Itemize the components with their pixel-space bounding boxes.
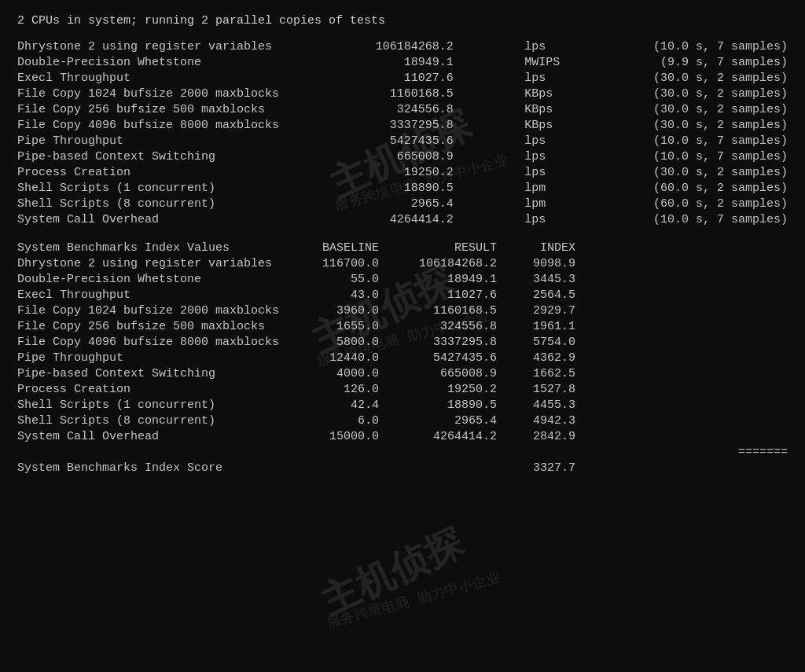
index-row: System Call Overhead 15000.0 4264414.2 2… (17, 430, 788, 443)
bench-meta: (30.0 s, 2 samples) (646, 87, 788, 101)
benchmark-row: Shell Scripts (1 concurrent) 18890.5 lpm… (17, 182, 788, 195)
bench-meta: (9.9 s, 7 samples) (646, 56, 788, 69)
index-row-name: File Copy 256 bufsize 500 maxblocks (17, 320, 285, 333)
benchmark-row: Pipe Throughput 5427435.6 lps (10.0 s, 7… (17, 134, 788, 148)
bench-name: Shell Scripts (8 concurrent) (17, 197, 285, 211)
benchmark-row: Dhrystone 2 using register variables 106… (17, 40, 788, 53)
bench-name: Process Creation (17, 166, 285, 179)
index-row-index: 4942.3 (497, 414, 575, 428)
bench-name: Dhrystone 2 using register variables (17, 40, 285, 53)
benchmark-row: File Copy 256 bufsize 500 maxblocks 3245… (17, 103, 788, 116)
benchmark-row: Double-Precision Whetstone 18949.1 MWIPS… (17, 56, 788, 69)
score-row: System Benchmarks Index Score 3327.7 (17, 461, 788, 475)
index-header-result: RESULT (379, 241, 497, 255)
index-row-name: Shell Scripts (1 concurrent) (17, 398, 285, 412)
index-table-header: System Benchmarks Index Values BASELINE … (17, 241, 788, 255)
benchmark-row: File Copy 4096 bufsize 8000 maxblocks 33… (17, 119, 788, 132)
bench-meta: (60.0 s, 2 samples) (646, 182, 788, 195)
index-header-name: System Benchmarks Index Values (17, 241, 285, 255)
bench-unit: KBps (524, 103, 579, 116)
index-row-baseline: 4000.0 (285, 367, 379, 380)
bench-unit: lps (524, 150, 579, 163)
bench-unit: lps (524, 213, 579, 226)
index-row-baseline: 42.4 (285, 398, 379, 412)
score-baseline-spacer (285, 461, 379, 475)
bench-meta: (30.0 s, 2 samples) (646, 103, 788, 116)
bench-name: System Call Overhead (17, 213, 285, 226)
benchmarks-section: Dhrystone 2 using register variables 106… (17, 40, 788, 226)
index-row-baseline: 5800.0 (285, 336, 379, 349)
bench-unit: lps (524, 166, 579, 179)
bench-value: 4264414.2 (351, 213, 454, 226)
bench-value: 18890.5 (351, 182, 454, 195)
index-row-name: Pipe-based Context Switching (17, 367, 285, 380)
index-row-name: Double-Precision Whetstone (17, 273, 285, 286)
bench-meta: (10.0 s, 7 samples) (646, 150, 788, 163)
index-row-name: System Call Overhead (17, 430, 285, 443)
score-result-spacer (379, 461, 497, 475)
bench-value: 18949.1 (351, 56, 454, 69)
index-row: Pipe-based Context Switching 4000.0 6650… (17, 367, 788, 380)
index-row-index: 2842.9 (497, 430, 575, 443)
bench-value: 5427435.6 (351, 134, 454, 148)
index-row-result: 11027.6 (379, 288, 497, 302)
index-row-index: 1662.5 (497, 367, 575, 380)
bench-meta: (30.0 s, 2 samples) (646, 72, 788, 85)
index-row-result: 18890.5 (379, 398, 497, 412)
bench-meta: (60.0 s, 2 samples) (646, 197, 788, 211)
benchmark-row: Shell Scripts (8 concurrent) 2965.4 lpm … (17, 197, 788, 211)
score-label: System Benchmarks Index Score (17, 461, 285, 475)
index-row: Dhrystone 2 using register variables 116… (17, 257, 788, 270)
bench-value: 3337295.8 (351, 119, 454, 132)
bench-unit: lps (524, 134, 579, 148)
benchmark-row: Execl Throughput 11027.6 lps (30.0 s, 2 … (17, 72, 788, 85)
index-row-index: 4455.3 (497, 398, 575, 412)
index-row-baseline: 12440.0 (285, 351, 379, 365)
bench-value: 2965.4 (351, 197, 454, 211)
terminal-content: 2 CPUs in system; running 2 parallel cop… (17, 14, 788, 475)
benchmark-row: System Call Overhead 4264414.2 lps (10.0… (17, 213, 788, 226)
index-row: Shell Scripts (1 concurrent) 42.4 18890.… (17, 398, 788, 412)
bench-name: File Copy 1024 bufsize 2000 maxblocks (17, 87, 285, 101)
bench-value: 1160168.5 (351, 87, 454, 101)
index-row-baseline: 43.0 (285, 288, 379, 302)
index-row-result: 665008.9 (379, 367, 497, 380)
bench-unit: MWIPS (524, 56, 579, 69)
index-row-result: 4264414.2 (379, 430, 497, 443)
watermark-text-5: 主机侦探 (313, 505, 496, 626)
index-row-result: 18949.1 (379, 273, 497, 286)
bench-name: Pipe-based Context Switching (17, 150, 285, 163)
index-row-index: 2929.7 (497, 304, 575, 318)
index-row: File Copy 256 bufsize 500 maxblocks 1655… (17, 320, 788, 333)
index-row-baseline: 55.0 (285, 273, 379, 286)
index-row-baseline: 3960.0 (285, 304, 379, 318)
equals-line: ======= (17, 446, 788, 459)
bench-value: 324556.8 (351, 103, 454, 116)
spacer-1 (17, 229, 788, 241)
bench-value: 106184268.2 (351, 40, 454, 53)
index-header-index: INDEX (497, 241, 575, 255)
index-row-result: 19250.2 (379, 383, 497, 396)
index-row-name: Dhrystone 2 using register variables (17, 257, 285, 270)
bench-meta: (10.0 s, 7 samples) (646, 40, 788, 53)
benchmark-row: File Copy 1024 bufsize 2000 maxblocks 11… (17, 87, 788, 101)
index-row: Process Creation 126.0 19250.2 1527.8 (17, 383, 788, 396)
index-row-name: Process Creation (17, 383, 285, 396)
index-row-baseline: 116700.0 (285, 257, 379, 270)
index-row: Execl Throughput 43.0 11027.6 2564.5 (17, 288, 788, 302)
index-header-baseline: BASELINE (285, 241, 379, 255)
bench-meta: (10.0 s, 7 samples) (646, 134, 788, 148)
index-row: File Copy 1024 bufsize 2000 maxblocks 39… (17, 304, 788, 318)
benchmark-row: Pipe-based Context Switching 665008.9 lp… (17, 150, 788, 163)
index-row-index: 1961.1 (497, 320, 575, 333)
index-row-index: 1527.8 (497, 383, 575, 396)
index-row-result: 324556.8 (379, 320, 497, 333)
index-row-name: File Copy 1024 bufsize 2000 maxblocks (17, 304, 285, 318)
bench-unit: KBps (524, 119, 579, 132)
bench-name: Shell Scripts (1 concurrent) (17, 182, 285, 195)
index-row-name: File Copy 4096 bufsize 8000 maxblocks (17, 336, 285, 349)
index-row-baseline: 15000.0 (285, 430, 379, 443)
bench-meta: (30.0 s, 2 samples) (646, 119, 788, 132)
bench-unit: lpm (524, 182, 579, 195)
score-value: 3327.7 (497, 461, 575, 475)
